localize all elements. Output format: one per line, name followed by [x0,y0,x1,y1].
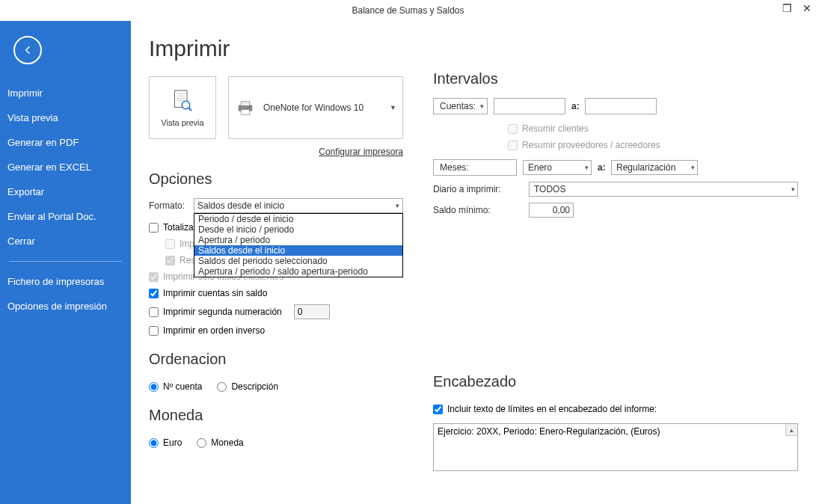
resumir-clientes-checkbox: Resumir clientes [508,123,798,134]
incluir-encabezado-checkbox[interactable]: Incluir texto de límites en el encabezad… [433,404,798,414]
resumir-proveedores-checkbox: Resumir proveedores / acreedores [508,140,798,150]
window-title: Balance de Sumas y Saldos [352,5,464,16]
sidebar-item-portal-doc[interactable]: Enviar al Portal Doc. [0,204,131,229]
mes-from-select[interactable]: Enero ▾ [523,160,592,175]
titlebar: Balance de Sumas y Saldos ❐ ✕ [0,0,816,21]
svg-rect-8 [241,102,250,106]
sidebar-separator [9,261,122,262]
cuentas-button[interactable]: Cuentas: ▾ [433,98,488,114]
meses-button[interactable]: Meses: [433,159,517,176]
arrow-left-icon [22,44,34,56]
sidebar-item-vista-previa[interactable]: Vista previa [0,105,131,130]
inverso-checkbox[interactable]: Imprimir en orden inverso [149,325,403,336]
sidebar-item-opciones-imp[interactable]: Opciones de impresión [0,294,131,319]
scroll-up-icon[interactable]: ▴ [785,424,797,436]
chevron-down-icon: ▾ [480,102,484,110]
printer-icon [235,97,256,118]
chevron-down-icon: ▼ [390,104,396,111]
moneda-euro-radio[interactable]: Euro [149,437,182,448]
svg-point-5 [182,101,190,109]
saldo-min-input[interactable]: 0,00 [529,203,574,218]
chevron-down-icon: ▾ [691,164,695,171]
moneda-heading: Moneda [149,407,403,424]
sidebar-item-fichero[interactable]: Fichero de impresoras [0,269,131,294]
encabezado-textarea[interactable]: Ejercicio: 20XX, Periodo: Enero-Regulari… [433,423,798,471]
saldo-min-label: Saldo mínimo: [433,205,523,215]
sidebar: Imprimir Vista previa Generar en PDF Gen… [0,21,131,504]
content: Imprimir Vista previa [131,21,816,504]
printer-name: OneNote for Windows 10 [263,102,382,113]
chevron-down-icon: ▾ [396,202,399,209]
back-button[interactable] [13,36,42,64]
cuentas-to-input[interactable] [585,98,657,114]
svg-rect-9 [241,109,250,114]
diario-label: Diario a imprimir: [433,184,523,194]
sidebar-item-pdf[interactable]: Generar en PDF [0,130,131,155]
sin-saldo-checkbox[interactable]: Imprimir cuentas sin saldo [149,288,403,298]
intervalos-heading: Intervalos [433,70,798,87]
orden-numero-radio[interactable]: Nº cuenta [149,381,202,392]
orden-descripcion-radio[interactable]: Descripción [217,381,278,392]
formato-dropdown[interactable]: Periodo / desde el inicio Desde el inici… [194,213,403,277]
sidebar-item-excel[interactable]: Generar en EXCEL [0,155,131,179]
sidebar-item-exportar[interactable]: Exportar [0,179,131,204]
vista-previa-button[interactable]: Vista previa [149,76,216,139]
moneda-moneda-radio[interactable]: Moneda [197,437,243,448]
page-title: Imprimir [149,36,403,61]
configure-printer-link[interactable]: Configurar impresora [149,147,403,157]
formato-option[interactable]: Periodo / desde el inicio [194,214,402,224]
svg-line-6 [188,108,191,111]
opciones-heading: Opciones [149,170,403,188]
segunda-num-checkbox[interactable]: Imprimir segunda numeración 0 [149,304,403,319]
sidebar-item-imprimir[interactable]: Imprimir [0,81,131,105]
formato-option-selected[interactable]: Saldos desde el inicio [194,245,402,256]
diario-select[interactable]: TODOS ▾ [529,182,798,197]
sidebar-item-cerrar[interactable]: Cerrar [0,229,131,253]
mes-to-select[interactable]: Regularización ▾ [611,160,698,175]
formato-option[interactable]: Apertura / periodo / saldo apertura-peri… [194,266,402,277]
chevron-down-icon: ▾ [791,185,795,193]
segunda-num-input[interactable]: 0 [294,304,330,319]
formato-value: Saldos desde el inicio [197,200,284,211]
formato-option[interactable]: Desde el inicio / periodo [194,224,402,235]
document-magnifier-icon [169,88,196,115]
cuentas-from-input[interactable] [494,98,565,114]
a-label-2: a: [598,162,605,173]
a-label: a: [571,101,579,111]
formato-option[interactable]: Saldos del periodo seleccionado [194,256,402,266]
printer-select[interactable]: OneNote for Windows 10 ▼ [228,76,403,139]
formato-option[interactable]: Apertura / periodo [194,235,402,245]
chevron-down-icon: ▾ [585,164,589,171]
formato-label: Formato: [149,200,194,211]
close-icon[interactable]: ✕ [803,3,812,13]
encabezado-heading: Encabezado [433,373,798,390]
restore-icon[interactable]: ❐ [782,3,792,13]
ordenacion-heading: Ordenacion [149,351,403,368]
svg-point-10 [250,106,251,108]
window-controls: ❐ ✕ [782,3,812,13]
vista-previa-label: Vista previa [161,118,203,127]
formato-select[interactable]: Saldos desde el inicio ▾ [194,198,403,213]
